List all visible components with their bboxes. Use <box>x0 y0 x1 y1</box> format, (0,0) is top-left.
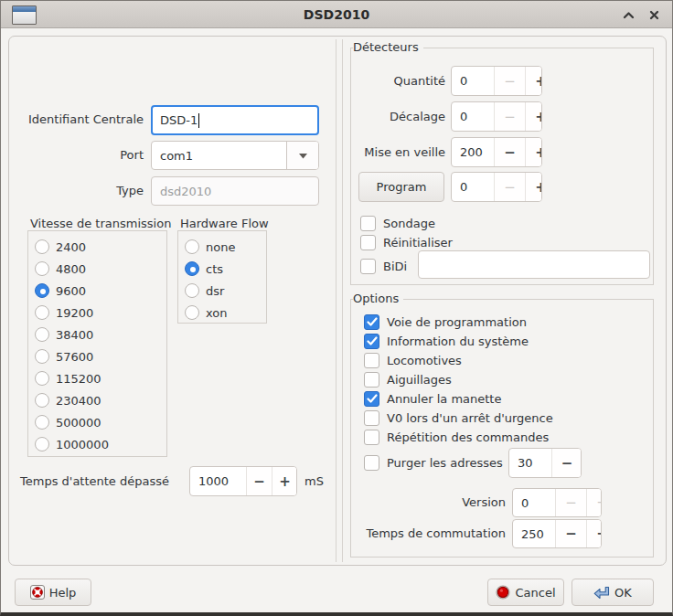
decalage-spinbox[interactable]: 0 − + <box>451 101 542 132</box>
radio-option-500000[interactable]: 500000 <box>35 411 166 433</box>
identifiant-centrale-input[interactable]: DSD-1 <box>151 105 319 135</box>
radio-option-label: 230400 <box>56 394 101 408</box>
radio-option-cts[interactable]: cts <box>185 258 266 280</box>
titlebar[interactable]: DSD2010 <box>1 1 672 28</box>
commutation-increment-button[interactable]: + <box>586 520 602 547</box>
cancel-stop-icon <box>496 585 510 600</box>
chevron-down-icon <box>298 153 308 159</box>
cancel-button[interactable]: Cancel <box>487 579 564 606</box>
radio-option-label: 500000 <box>56 416 101 430</box>
temps-commutation-label: Temps de commutation <box>351 519 506 548</box>
radio-option-9600[interactable]: 9600 <box>35 280 166 302</box>
ok-button[interactable]: OK <box>572 579 654 606</box>
option-checkbox-row[interactable]: Locomotives <box>364 351 649 370</box>
radio-icon <box>35 327 49 342</box>
commutation-value: 250 <box>513 520 555 547</box>
help-lifebuoy-icon <box>30 585 45 600</box>
ok-button-label: OK <box>614 586 632 600</box>
type-label: Type <box>9 176 144 206</box>
program-spinbox[interactable]: 0 − + <box>451 172 542 202</box>
checkbox-checked-icon <box>364 334 379 349</box>
radio-option-label: 1000000 <box>56 438 109 451</box>
flow-radio-group: nonectsdsrxon <box>185 236 266 324</box>
commutation-decrement-button[interactable]: − <box>555 520 586 547</box>
timeout-unit-label: mS <box>304 466 324 496</box>
quantite-increment-button[interactable]: + <box>525 67 542 95</box>
program-button[interactable]: Program <box>358 172 444 202</box>
radio-option-label: 19200 <box>56 306 93 320</box>
option-checkbox-row[interactable]: Information du système <box>364 332 649 351</box>
reinitialiser-label: Réinitialiser <box>383 236 453 250</box>
radio-icon <box>35 437 49 451</box>
radio-icon <box>185 283 199 298</box>
checkbox-icon <box>364 353 379 368</box>
mise-en-veille-label: Mise en veille <box>351 137 445 167</box>
checkbox-checked-icon <box>364 314 379 330</box>
option-checkbox-row[interactable]: Aiguillages <box>364 370 649 389</box>
dialog-content: Identifiant Centrale DSD-1 Port com1 Typ… <box>1 28 672 612</box>
radio-option-1000000[interactable]: 1000000 <box>35 433 166 455</box>
radio-option-57600[interactable]: 57600 <box>35 345 166 367</box>
close-icon <box>649 10 659 20</box>
decalage-increment-button[interactable]: + <box>525 102 542 131</box>
radio-icon <box>35 349 49 364</box>
mise-en-veille-decrement-button[interactable]: − <box>494 138 525 166</box>
radio-option-dsr[interactable]: dsr <box>185 280 266 302</box>
version-spinbox: 0 − + <box>512 488 602 517</box>
radio-option-2400[interactable]: 2400 <box>35 236 166 258</box>
radio-selected-icon <box>185 261 199 276</box>
sondage-checkbox-row[interactable]: Sondage <box>360 214 435 232</box>
option-checkbox-row[interactable]: Voie de programmation <box>364 313 649 332</box>
radio-option-230400[interactable]: 230400 <box>35 389 166 411</box>
identifiant-centrale-value: DSD-1 <box>160 113 198 127</box>
decalage-label: Décalage <box>351 101 445 132</box>
options-checkbox-list: Voie de programmationInformation du syst… <box>364 313 649 447</box>
radio-option-115200[interactable]: 115200 <box>35 367 166 389</box>
bidi-input[interactable] <box>418 250 650 279</box>
dialog-window: DSD2010 Identifiant Centrale DSD-1 Port … <box>0 0 673 616</box>
radio-option-label: cts <box>206 262 223 276</box>
reinitialiser-checkbox-row[interactable]: Réinitialiser <box>360 233 453 251</box>
radio-option-label: xon <box>206 306 228 320</box>
radio-selected-icon <box>35 283 49 298</box>
purge-decrement-button[interactable]: − <box>551 449 582 477</box>
cancel-button-label: Cancel <box>515 586 555 600</box>
radio-option-label: none <box>206 240 235 254</box>
radio-option-38400[interactable]: 38400 <box>35 324 166 345</box>
mise-en-veille-spinbox[interactable]: 200 − + <box>451 137 542 167</box>
settings-panel: Identifiant Centrale DSD-1 Port com1 Typ… <box>8 36 667 566</box>
radio-option-none[interactable]: none <box>185 236 266 258</box>
option-checkbox-row[interactable]: V0 lors d'un arrêt d'urgence <box>364 409 649 428</box>
bidi-checkbox-row[interactable]: BiDi <box>360 257 407 275</box>
option-checkbox-row[interactable]: Répétition des commandes <box>364 428 649 447</box>
close-button[interactable] <box>643 5 665 25</box>
quantite-value: 0 <box>452 67 494 95</box>
checkbox-icon <box>360 259 376 274</box>
commutation-spinbox[interactable]: 250 − + <box>512 519 602 548</box>
option-checkbox-label: Voie de programmation <box>387 315 527 329</box>
option-checkbox-row[interactable]: Annuler la manette <box>364 389 649 409</box>
text-cursor <box>198 113 199 128</box>
chevron-up-icon <box>623 11 635 19</box>
purger-les-adresses-checkbox-row[interactable]: Purger les adresses <box>364 453 503 472</box>
quantite-spinbox[interactable]: 0 − + <box>451 66 542 96</box>
radio-option-xon[interactable]: xon <box>185 302 266 324</box>
option-checkbox-label: V0 lors d'un arrêt d'urgence <box>387 411 553 425</box>
purge-spinbox[interactable]: 30 − <box>508 448 582 478</box>
radio-option-19200[interactable]: 19200 <box>35 302 166 324</box>
window-title: DSD2010 <box>1 1 672 28</box>
radio-option-4800[interactable]: 4800 <box>35 258 166 280</box>
shade-button[interactable] <box>617 5 639 25</box>
speed-frame: Vitesse de transmission 2400480096001920… <box>27 230 167 457</box>
help-button[interactable]: Help <box>15 579 91 606</box>
port-combobox-arrow-button[interactable] <box>286 142 318 169</box>
timeout-decrement-button[interactable]: − <box>246 467 272 495</box>
timeout-increment-button[interactable]: + <box>272 467 297 495</box>
port-combobox[interactable]: com1 <box>151 141 319 170</box>
program-increment-button[interactable]: + <box>525 173 542 201</box>
timeout-spinbox[interactable]: 1000 − + <box>189 466 297 496</box>
column-divider <box>342 39 343 562</box>
checkbox-icon <box>364 455 379 471</box>
radio-option-label: dsr <box>206 284 224 298</box>
mise-en-veille-increment-button[interactable]: + <box>525 138 542 166</box>
